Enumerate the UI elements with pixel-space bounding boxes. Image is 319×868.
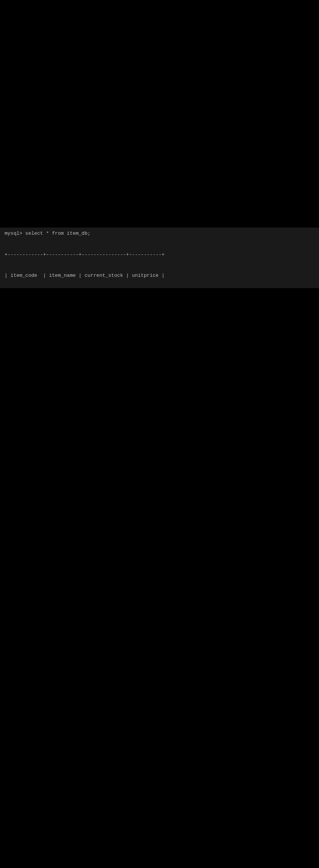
mysql-prompt: mysql> select * from item_db; [5,231,314,236]
upper-black-area [0,0,319,228]
table-separator-top: +------------+-----------+--------------… [5,251,314,258]
lower-black-area [0,288,319,868]
table-header: | item_code | item_name | current_stock … [5,272,314,279]
